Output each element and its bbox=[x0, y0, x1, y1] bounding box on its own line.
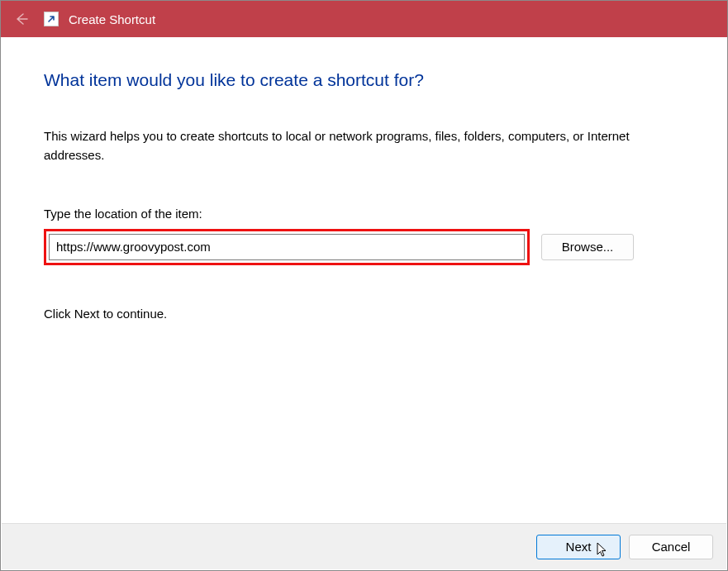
wizard-description: This wizard helps you to create shortcut… bbox=[44, 126, 684, 165]
location-input-highlight bbox=[44, 229, 530, 265]
location-input[interactable] bbox=[49, 234, 525, 260]
wizard-content: What item would you like to create a sho… bbox=[1, 37, 727, 321]
cursor-icon bbox=[597, 542, 610, 559]
window-title: Create Shortcut bbox=[69, 12, 155, 26]
titlebar: Create Shortcut bbox=[1, 1, 727, 37]
cancel-button[interactable]: Cancel bbox=[629, 535, 713, 559]
browse-button[interactable]: Browse... bbox=[541, 234, 634, 260]
back-button bbox=[9, 7, 34, 31]
continue-instruction: Click Next to continue. bbox=[44, 307, 684, 321]
shortcut-icon bbox=[44, 12, 59, 26]
location-label: Type the location of the item: bbox=[44, 207, 684, 221]
next-button[interactable]: Next bbox=[536, 535, 621, 559]
next-button-label: Next bbox=[566, 540, 592, 554]
location-row: Browse... bbox=[44, 229, 684, 265]
wizard-headline: What item would you like to create a sho… bbox=[44, 70, 684, 90]
back-arrow-icon bbox=[13, 11, 30, 27]
wizard-footer: Next Cancel bbox=[2, 523, 726, 569]
